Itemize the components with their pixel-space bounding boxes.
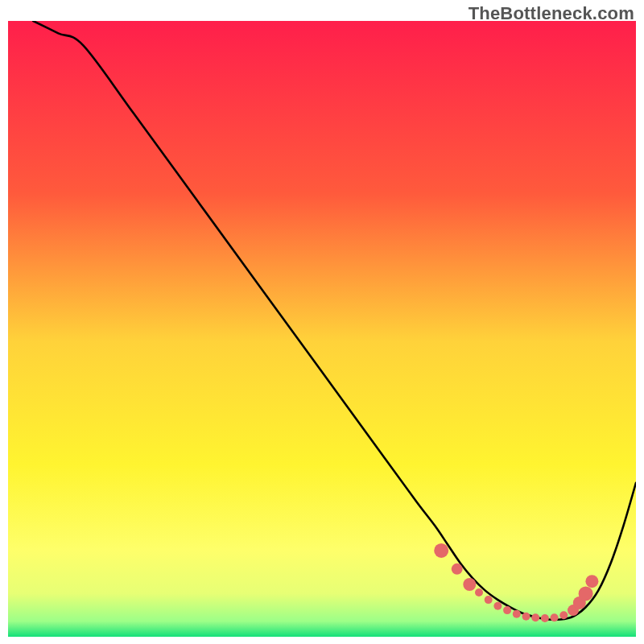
marker-dot: [452, 564, 463, 575]
marker-dot: [513, 610, 521, 618]
marker-dot: [434, 543, 448, 558]
marker-dot: [559, 611, 568, 619]
marker-dot: [522, 613, 530, 621]
gradient-background: [8, 21, 636, 637]
marker-dot: [585, 575, 598, 588]
marker-dot: [503, 606, 511, 614]
marker-dot: [493, 602, 502, 610]
watermark-text: TheBottleneck.com: [469, 3, 634, 24]
marker-dot: [485, 596, 493, 604]
marker-dot: [463, 578, 476, 591]
chart-plot-area: [8, 21, 636, 637]
marker-dot: [541, 614, 549, 622]
marker-dot: [475, 588, 483, 597]
marker-dot: [551, 613, 559, 621]
chart-svg: [8, 21, 636, 637]
marker-dot: [579, 586, 593, 601]
marker-dot: [531, 613, 539, 621]
chart-stage: TheBottleneck.com: [0, 0, 644, 644]
